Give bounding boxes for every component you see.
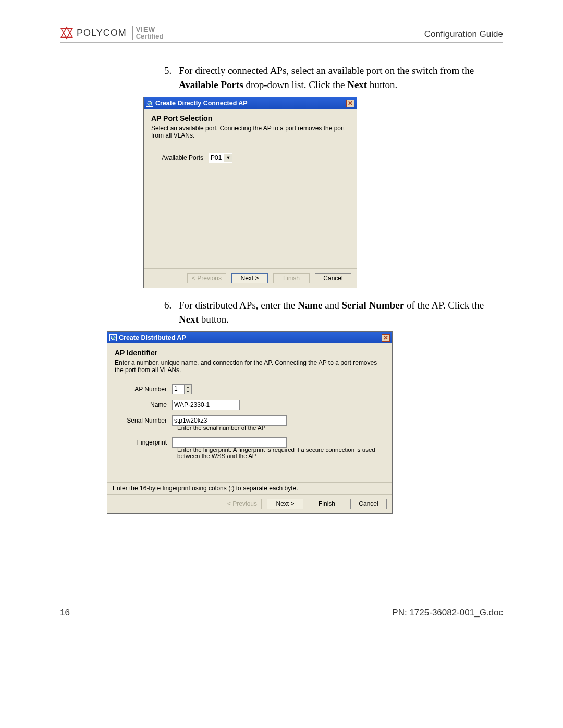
page-number: 16: [60, 608, 70, 618]
doc-title: Configuration Guide: [424, 29, 503, 40]
brand-text: POLYCOM: [77, 28, 127, 39]
previous-button: < Previous: [223, 499, 262, 509]
step-6: 6. For distributed APs, enter the Name a…: [60, 299, 503, 326]
name-field[interactable]: [172, 400, 240, 410]
chevron-down-icon: ▼: [185, 389, 191, 394]
ap-number-stepper[interactable]: 1 ▲▼: [172, 384, 192, 394]
available-ports-dropdown[interactable]: P01 ▼: [209, 153, 232, 163]
next-button[interactable]: Next >: [231, 273, 268, 283]
dialog-app-icon: [146, 100, 153, 107]
step-5: 5. For directly connected APs, select an…: [60, 64, 503, 92]
cancel-button[interactable]: Cancel: [350, 499, 387, 509]
page-footer: 16 PN: 1725-36082-001_G.doc: [60, 608, 503, 618]
dialog1-titlebar[interactable]: Create Directly Connected AP ✕: [144, 97, 357, 109]
serial-number-field[interactable]: [172, 415, 287, 426]
fingerprint-helper-text: Enter the fingerprint. A fingerprint is …: [115, 447, 385, 459]
next-button[interactable]: Next >: [267, 499, 303, 509]
page-header: POLYCOM VIEW Certified Configuration Gui…: [60, 26, 503, 43]
label-serial-number: Serial Number: [115, 417, 172, 424]
dialog-create-directly-connected-ap: Create Directly Connected AP ✕ AP Port S…: [143, 97, 357, 288]
logo-block: POLYCOM VIEW Certified: [60, 26, 163, 40]
dialog-create-distributed-ap: Create Distributed AP ✕ AP Identifier En…: [107, 331, 393, 514]
fingerprint-field[interactable]: [172, 437, 287, 448]
dialog2-heading: AP Identifier: [115, 349, 385, 357]
label-available-ports: Available Ports: [151, 154, 209, 162]
finish-button[interactable]: Finish: [309, 499, 345, 509]
chevron-up-icon: ▲: [185, 385, 191, 389]
dialog2-hint-bar: Enter the 16-byte fingerprint using colo…: [107, 482, 392, 494]
dialog-app-icon: [109, 334, 117, 341]
label-ap-number: AP Number: [115, 386, 172, 393]
dialog2-subheading: Enter a number, unique name, and connect…: [115, 359, 385, 374]
close-icon[interactable]: ✕: [346, 100, 354, 107]
finish-button: Finish: [273, 273, 310, 283]
doc-id: PN: 1725-36082-001_G.doc: [392, 608, 503, 618]
dialog1-subheading: Select an available port. Connecting the…: [151, 125, 349, 139]
close-icon[interactable]: ✕: [382, 334, 390, 342]
chevron-down-icon[interactable]: ▼: [224, 154, 232, 162]
dialog1-heading: AP Port Selection: [151, 114, 349, 122]
label-fingerprint: Fingerprint: [115, 439, 172, 446]
polycom-logo-icon: [60, 26, 74, 40]
label-name: Name: [115, 401, 172, 409]
dialog2-titlebar[interactable]: Create Distributed AP ✕: [107, 332, 392, 343]
serial-helper-text: Enter the serial number of the AP: [115, 425, 385, 431]
previous-button: < Previous: [187, 273, 226, 283]
cancel-button[interactable]: Cancel: [315, 273, 351, 283]
view-certified-badge: VIEW Certified: [132, 26, 164, 40]
